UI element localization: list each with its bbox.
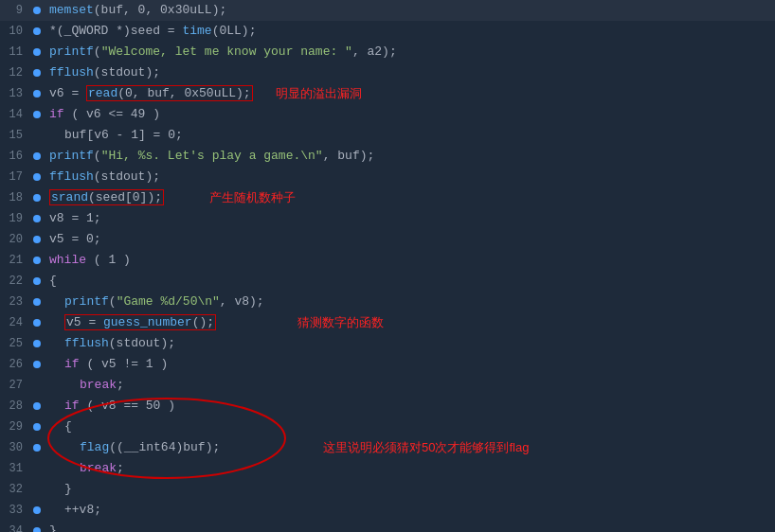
breakpoint-dot[interactable]	[30, 257, 44, 264]
breakpoint-dot[interactable]	[30, 361, 44, 368]
breakpoint-dot[interactable]	[30, 69, 44, 77]
table-row: 18srand(seed[0]);产生随机数种子	[0, 187, 775, 208]
code-text: break;	[44, 458, 775, 479]
line-number: 30	[0, 441, 30, 454]
line-number: 19	[0, 212, 30, 225]
breakpoint-dot[interactable]	[30, 277, 44, 285]
line-number: 21	[0, 254, 30, 267]
code-text: if ( v5 != 1 )	[44, 354, 775, 375]
table-row: 15buf[v6 - 1] = 0;	[0, 125, 775, 146]
table-row: 16printf("Hi, %s. Let's play a game.\n",…	[0, 146, 775, 167]
code-text: printf("Welcome, let me know your name: …	[44, 42, 775, 62]
line-number: 25	[0, 337, 30, 350]
table-row: 19v8 = 1;	[0, 208, 775, 229]
line-number: 27	[0, 379, 30, 392]
code-container: 9memset(buf, 0, 0x30uLL);10*(_QWORD *)se…	[0, 0, 775, 532]
code-text: fflush(stdout);	[44, 167, 775, 187]
line-number: 28	[0, 399, 30, 413]
line-number: 16	[0, 150, 30, 163]
line-number: 24	[0, 316, 30, 329]
line-number: 12	[0, 66, 30, 80]
code-text: *(_QWORD *)seed = time(0LL);	[44, 21, 775, 42]
table-row: 25fflush(stdout);	[0, 333, 775, 354]
table-row: 21while ( 1 )	[0, 250, 775, 271]
code-text: memset(buf, 0, 0x30uLL);	[44, 0, 775, 21]
code-text: }	[44, 479, 775, 500]
table-row: 28if ( v8 == 50 )	[0, 396, 775, 417]
table-row: 30flag((__int64)buf);这里说明必须猜对50次才能够得到fla…	[0, 437, 775, 458]
breakpoint-dot[interactable]	[30, 298, 44, 306]
line-number: 18	[0, 191, 30, 204]
breakpoint-dot[interactable]	[30, 340, 44, 347]
table-row: 31break;	[0, 458, 775, 479]
line-number: 13	[0, 87, 30, 100]
breakpoint-dot[interactable]	[30, 444, 44, 452]
line-number: 10	[0, 25, 30, 38]
table-row: 32}	[0, 479, 775, 500]
code-text: printf("Game %d/50\n", v8);	[44, 292, 775, 312]
breakpoint-dot[interactable]	[30, 527, 44, 532]
code-text: v6 = read(0, buf, 0x50uLL);	[44, 83, 775, 104]
line-number: 14	[0, 108, 30, 121]
breakpoint-dot[interactable]	[30, 423, 44, 431]
breakpoint-dot[interactable]	[30, 319, 44, 327]
breakpoint-dot[interactable]	[30, 173, 44, 181]
code-text: v8 = 1;	[44, 208, 775, 229]
line-number: 23	[0, 295, 30, 309]
code-text: if ( v6 <= 49 )	[44, 104, 775, 125]
table-row: 26if ( v5 != 1 )	[0, 354, 775, 375]
table-row: 17fflush(stdout);	[0, 167, 775, 187]
code-text: srand(seed[0]);	[44, 187, 775, 208]
breakpoint-dot[interactable]	[30, 48, 44, 56]
line-number: 26	[0, 358, 30, 371]
code-text: fflush(stdout);	[44, 333, 775, 354]
table-row: 12fflush(stdout);	[0, 62, 775, 83]
code-text: if ( v8 == 50 )	[44, 396, 775, 417]
breakpoint-dot[interactable]	[30, 402, 44, 410]
breakpoint-dot[interactable]	[30, 7, 44, 14]
code-text: {	[44, 417, 775, 437]
code-text: printf("Hi, %s. Let's play a game.\n", b…	[44, 146, 775, 167]
breakpoint-dot[interactable]	[30, 506, 44, 514]
line-number: 9	[0, 4, 30, 17]
table-row: 24v5 = guess_number();猜测数字的函数	[0, 312, 775, 333]
code-text: fflush(stdout);	[44, 62, 775, 83]
line-number: 20	[0, 233, 30, 246]
line-number: 22	[0, 275, 30, 288]
table-row: 34}	[0, 521, 775, 532]
table-row: 22{	[0, 271, 775, 292]
table-row: 9memset(buf, 0, 0x30uLL);	[0, 0, 775, 21]
table-row: 14if ( v6 <= 49 )	[0, 104, 775, 125]
code-text: v5 = 0;	[44, 229, 775, 250]
breakpoint-dot[interactable]	[30, 236, 44, 243]
breakpoint-dot[interactable]	[30, 194, 44, 202]
breakpoint-dot[interactable]	[30, 111, 44, 118]
line-number: 31	[0, 462, 30, 475]
table-row: 13v6 = read(0, buf, 0x50uLL);明显的溢出漏洞	[0, 83, 775, 104]
line-number: 17	[0, 170, 30, 184]
table-row: 29{	[0, 417, 775, 437]
code-text: v5 = guess_number();	[44, 312, 775, 333]
code-text: }	[44, 521, 775, 532]
code-text: flag((__int64)buf);	[44, 437, 775, 458]
code-text: {	[44, 271, 775, 292]
code-text: while ( 1 )	[44, 250, 775, 271]
line-number: 34	[0, 524, 30, 532]
table-row: 33++v8;	[0, 500, 775, 521]
code-text: break;	[44, 375, 775, 396]
code-text: buf[v6 - 1] = 0;	[44, 125, 775, 146]
code-text: ++v8;	[44, 500, 775, 521]
table-row: 27break;	[0, 375, 775, 396]
breakpoint-dot[interactable]	[30, 27, 44, 35]
line-number: 33	[0, 504, 30, 517]
breakpoint-dot[interactable]	[30, 152, 44, 160]
table-row: 10*(_QWORD *)seed = time(0LL);	[0, 21, 775, 42]
line-number: 15	[0, 129, 30, 142]
table-row: 23printf("Game %d/50\n", v8);	[0, 292, 775, 312]
line-number: 11	[0, 45, 30, 59]
breakpoint-dot[interactable]	[30, 90, 44, 98]
table-row: 20v5 = 0;	[0, 229, 775, 250]
line-number: 32	[0, 483, 30, 496]
table-row: 11printf("Welcome, let me know your name…	[0, 42, 775, 62]
breakpoint-dot[interactable]	[30, 215, 44, 222]
